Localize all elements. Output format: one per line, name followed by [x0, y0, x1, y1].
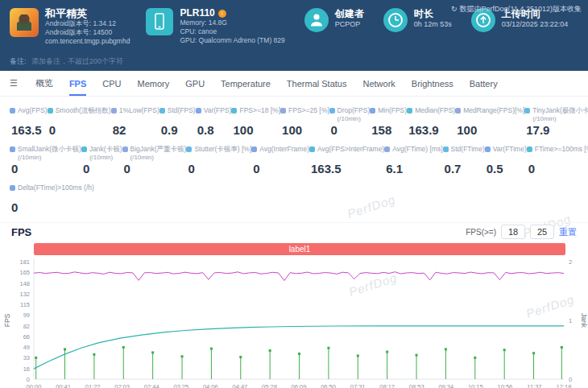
reset-button[interactable]: 重置	[559, 226, 577, 238]
device-name: PLR110	[180, 8, 214, 19]
svg-text:09:34: 09:34	[438, 383, 453, 388]
stat-value: 100	[231, 123, 280, 138]
creator-value: PCPOP	[335, 19, 364, 30]
person-icon	[304, 8, 329, 32]
stat-cell: 1%Low(FPS)82	[111, 106, 159, 138]
svg-text:181: 181	[19, 258, 30, 266]
device-info-block: PLR110 i Memory: 14.8G CPU: canoe GPU: Q…	[146, 8, 284, 45]
svg-text:FPS: FPS	[3, 313, 11, 327]
metric-icon	[159, 108, 165, 114]
stat-value: 163.9	[407, 123, 455, 138]
stat-value: 0	[10, 200, 94, 215]
stat-value: 100	[455, 123, 524, 138]
stats-summary: Avg(FPS)163.5Smooth(流畅指数)01%Low(FPS)82St…	[0, 97, 588, 215]
stat-cell: TinyJank(极微小卡顿)(/10min)17.9	[524, 106, 588, 138]
app-version-line1: Android版本号: 1.34.12	[45, 19, 130, 28]
device-badge-icon: i	[218, 10, 226, 18]
svg-text:06:09: 06:09	[292, 383, 307, 388]
tab-thermal-status[interactable]: Thermal Status	[287, 71, 347, 96]
svg-text:02:03: 02:03	[114, 383, 130, 388]
svg-text:11:37: 11:37	[527, 383, 541, 388]
svg-text:1: 1	[569, 317, 572, 324]
fps-threshold-high-input[interactable]	[530, 225, 554, 239]
report-header: 和平精英 Android版本号: 1.34.12 Android版本号: 145…	[0, 0, 588, 71]
tab-fps[interactable]: FPS	[69, 71, 86, 96]
stat-cell: Std(FTime)0.7	[443, 145, 485, 176]
stat-cell: FTime>=100ms [%]0	[527, 145, 588, 176]
metric-icon	[48, 108, 53, 114]
stat-value: 0	[186, 162, 251, 176]
svg-text:82: 82	[23, 323, 30, 330]
fps-threshold-low-input[interactable]	[501, 225, 525, 239]
stat-value: 0	[251, 162, 309, 176]
stat-value: 17.9	[524, 123, 588, 138]
stat-cell: MedRange(FPS)[%]100	[455, 106, 524, 138]
game-app-icon	[10, 8, 39, 37]
stat-cell: Avg(FPS)163.5	[10, 106, 48, 138]
stat-value: 6.1	[384, 162, 442, 176]
stat-value: 82	[111, 123, 159, 138]
tab-brightness[interactable]: Brightness	[412, 71, 453, 96]
stat-cell: Drop(FPS)(/10min)0	[329, 106, 371, 138]
svg-text:03:25: 03:25	[173, 383, 188, 388]
stat-value: 0.9	[159, 123, 196, 138]
metric-icon	[231, 108, 237, 114]
app-title: 和平精英	[45, 8, 130, 19]
metric-icon	[329, 108, 335, 114]
stat-cell: Std(FPS)0.9	[159, 106, 196, 138]
stat-value: 0	[329, 123, 371, 138]
metric-icon	[524, 108, 530, 114]
tab-bar: ☰ 概览FPSCPUMemoryGPUTemperatureThermal St…	[0, 71, 588, 97]
stat-value: 0	[48, 123, 111, 138]
svg-text:66: 66	[23, 333, 30, 341]
svg-text:07:31: 07:31	[350, 383, 366, 388]
metric-icon	[443, 147, 449, 152]
stat-value: 0.5	[485, 162, 527, 176]
svg-text:16: 16	[23, 365, 30, 373]
svg-text:99: 99	[23, 312, 30, 319]
svg-text:04:06: 04:06	[203, 383, 218, 388]
svg-text:00:00: 00:00	[27, 383, 42, 388]
svg-text:08:53: 08:53	[409, 383, 424, 388]
app-package: com.tencent.tmgp.pubgmhd	[45, 37, 130, 46]
duration-block: 时长 0h 12m 53s	[383, 8, 452, 32]
svg-text:33: 33	[23, 354, 30, 361]
metric-icon	[186, 147, 192, 152]
note-label: 备注:	[10, 57, 27, 65]
tab-memory[interactable]: Memory	[138, 71, 170, 96]
clock-icon	[383, 8, 408, 32]
tab-cpu[interactable]: CPU	[102, 71, 121, 96]
stat-cell: SmallJank(微小卡顿)(/10min)0	[10, 145, 81, 176]
svg-text:12:18: 12:18	[557, 383, 572, 388]
stat-cell: Avg(FPS>InterFrame)163.5	[309, 145, 384, 176]
refresh-icon: ↻	[451, 5, 458, 13]
fps-threshold-controls: FPS(>=) 重置	[466, 225, 577, 239]
tab-battery[interactable]: Battery	[470, 71, 498, 96]
svg-text:04:47: 04:47	[232, 383, 247, 388]
note-input[interactable]: 添加备注，不超过200个字符	[31, 57, 123, 65]
svg-text:115: 115	[20, 301, 30, 308]
app-version-line2: Android版本号: 14500	[45, 28, 130, 37]
metric-icon	[407, 108, 412, 114]
tab-temperature[interactable]: Temperature	[221, 71, 271, 96]
svg-text:49: 49	[23, 344, 30, 351]
metric-icon	[309, 147, 315, 152]
svg-text:0: 0	[27, 376, 30, 383]
metric-icon	[370, 108, 375, 114]
metric-icon	[10, 185, 15, 191]
stat-value: 0	[122, 162, 187, 176]
note-row: 备注: 添加备注，不超过200个字符	[10, 56, 123, 67]
stat-value: 0.8	[196, 123, 232, 138]
series-label-bar[interactable]: label1	[34, 243, 565, 255]
stat-cell: FPS>=18 [%]100	[231, 106, 280, 138]
stat-value: 163.5	[309, 162, 384, 176]
tab-概览[interactable]: 概览	[35, 71, 53, 96]
svg-text:0: 0	[569, 376, 572, 383]
device-memory: Memory: 14.8G	[180, 19, 284, 27]
svg-text:05:28: 05:28	[262, 383, 277, 388]
stat-cell: Stutter(卡顿率) [%]0	[186, 145, 251, 176]
stat-cell: Avg(FTime) [ms]6.1	[384, 145, 442, 176]
menu-icon[interactable]: ☰	[10, 78, 18, 89]
tab-gpu[interactable]: GPU	[185, 71, 205, 96]
tab-network[interactable]: Network	[362, 71, 395, 96]
